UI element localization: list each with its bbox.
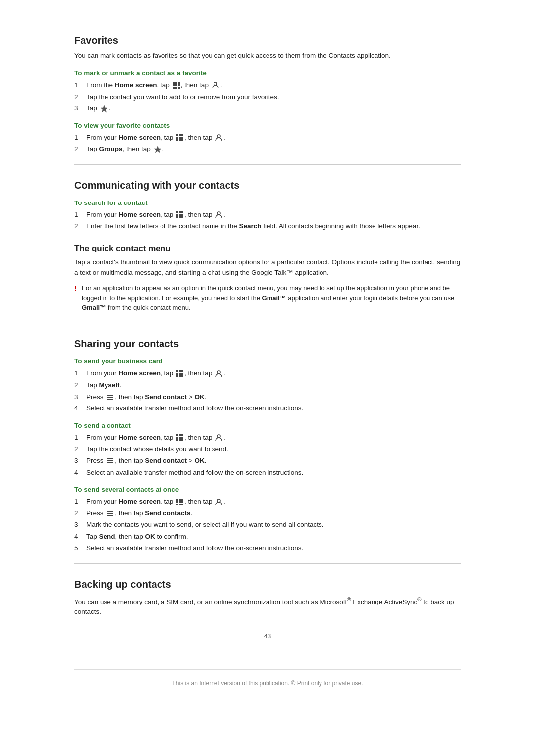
- ss-step-4: 4 Tap Send, then tap OK to confirm.: [74, 531, 461, 542]
- sharing-title: Sharing your contacts: [74, 338, 461, 350]
- section-divider-3: [74, 563, 461, 564]
- grid-icon-v1: [176, 134, 183, 141]
- svg-point-5: [217, 371, 220, 374]
- send-contact-heading: To send a contact: [74, 422, 461, 429]
- favorites-intro: You can mark contacts as favorites so th…: [74, 51, 461, 61]
- sc-step-3: 3 Press , then tap Send contact > OK.: [74, 455, 461, 466]
- business-card-heading: To send your business card: [74, 357, 461, 365]
- send-contact-steps: 1 From your Home screen, tap , then tap …: [74, 432, 461, 478]
- mark-step-3: 3 Tap .: [74, 103, 461, 114]
- note-text: For an application to appear as an optio…: [82, 283, 461, 313]
- view-heading: To view your favorite contacts: [74, 122, 461, 129]
- svg-marker-1: [101, 105, 107, 112]
- mark-step-1: 1 From the Home screen, tap , then tap .: [74, 80, 461, 91]
- backing-up-intro: You can use a memory card, a SIM card, o…: [74, 595, 461, 617]
- ss-step-3: 3 Mark the contacts you want to send, or…: [74, 519, 461, 530]
- grid-icon-s1: [176, 211, 183, 218]
- ss-step-2: 2 Press , then tap Send contacts.: [74, 508, 461, 519]
- communicating-section: Communicating with your contacts To sear…: [74, 180, 461, 313]
- quick-menu-intro: Tap a contact's thumbnail to view quick …: [74, 257, 461, 278]
- note-box: ! For an application to appear as an opt…: [74, 283, 461, 313]
- sc-step-2: 2 Tap the contact whose details you want…: [74, 444, 461, 454]
- home-screen-label-bc1: Home screen: [118, 369, 160, 377]
- search-steps-list: 1 From your Home screen, tap , then tap …: [74, 209, 461, 232]
- menu-icon-bc3: [107, 395, 113, 400]
- send-several-heading: To send several contacts at once: [74, 486, 461, 493]
- sc-step-4: 4 Select an available transfer method an…: [74, 467, 461, 478]
- myself-label: Myself: [99, 381, 120, 389]
- menu-icon-sc3: [107, 458, 113, 463]
- person-icon-ss1: [215, 498, 223, 506]
- view-step-1: 1 From your Home screen, tap , then tap …: [74, 132, 461, 143]
- person-icon-v1: [215, 134, 223, 142]
- bc-step-3: 3 Press , then tap Send contact > OK.: [74, 392, 461, 403]
- person-icon-m1: [212, 81, 219, 89]
- page-content: Favorites You can mark contacts as favor…: [74, 0, 461, 716]
- groups-label: Groups: [99, 145, 123, 152]
- menu-icon-ss2: [107, 511, 113, 516]
- favorites-title: Favorites: [74, 35, 461, 46]
- view-steps-list: 1 From your Home screen, tap , then tap …: [74, 132, 461, 154]
- quick-menu-title: The quick contact menu: [74, 244, 461, 253]
- search-step-1: 1 From your Home screen, tap , then tap …: [74, 209, 461, 220]
- star-icon-v2: [154, 146, 161, 153]
- home-screen-label-v1: Home screen: [118, 134, 160, 141]
- bc-step-1: 1 From your Home screen, tap , then tap …: [74, 368, 461, 379]
- grid-icon-bc1: [176, 370, 183, 377]
- svg-point-2: [217, 135, 220, 138]
- home-screen-label-ss1: Home screen: [118, 498, 160, 505]
- search-field-label: Search: [239, 222, 261, 230]
- ss-step-5: 5 Select an available transfer method an…: [74, 543, 461, 554]
- home-screen-label-m1: Home screen: [115, 81, 157, 89]
- backing-up-title: Backing up contacts: [74, 579, 461, 590]
- star-icon-m3: [100, 105, 108, 113]
- svg-point-7: [217, 499, 220, 502]
- grid-icon-sc1: [176, 434, 183, 441]
- favorites-section: Favorites You can mark contacts as favor…: [74, 35, 461, 154]
- search-step-2: 2 Enter the first few letters of the con…: [74, 221, 461, 232]
- sc-step-1: 1 From your Home screen, tap , then tap …: [74, 432, 461, 443]
- exclamation-icon: !: [74, 284, 77, 292]
- svg-point-6: [217, 435, 220, 438]
- bc-step-4: 4 Select an available transfer method an…: [74, 403, 461, 414]
- mark-heading: To mark or unmark a contact as a favorit…: [74, 69, 461, 77]
- home-screen-label-s1: Home screen: [118, 211, 160, 218]
- home-screen-label-sc1: Home screen: [118, 434, 160, 441]
- section-divider-1: [74, 164, 461, 165]
- mark-steps-list: 1 From the Home screen, tap , then tap .…: [74, 80, 461, 114]
- view-step-2: 2 Tap Groups, then tap .: [74, 144, 461, 154]
- page-number: 43: [74, 632, 461, 640]
- send-several-steps: 1 From your Home screen, tap , then tap …: [74, 496, 461, 554]
- page-footer: This is an Internet version of this publ…: [74, 669, 461, 687]
- person-icon-bc1: [215, 370, 223, 378]
- section-divider-2: [74, 323, 461, 323]
- person-icon-s1: [215, 211, 223, 219]
- mark-step-2: 2 Tap the contact you want to add to or …: [74, 92, 461, 102]
- business-card-steps: 1 From your Home screen, tap , then tap …: [74, 368, 461, 413]
- svg-marker-3: [154, 146, 161, 153]
- svg-point-0: [214, 82, 217, 85]
- person-icon-sc1: [215, 434, 223, 442]
- grid-icon-ss1: [176, 499, 183, 505]
- search-heading: To search for a contact: [74, 199, 461, 206]
- bc-step-2: 2 Tap Myself.: [74, 380, 461, 391]
- svg-point-4: [217, 212, 220, 215]
- communicating-title: Communicating with your contacts: [74, 180, 461, 191]
- ss-step-1: 1 From your Home screen, tap , then tap …: [74, 496, 461, 507]
- backing-up-section: Backing up contacts You can use a memory…: [74, 579, 461, 617]
- grid-icon-m1: [173, 82, 180, 89]
- sharing-section: Sharing your contacts To send your busin…: [74, 338, 461, 554]
